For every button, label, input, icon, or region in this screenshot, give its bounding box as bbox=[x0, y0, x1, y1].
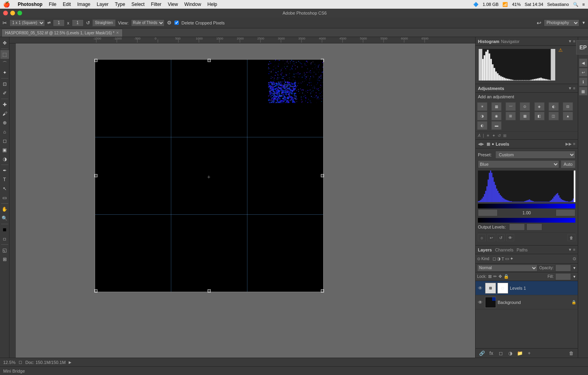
reset-btn[interactable]: ↺ bbox=[497, 234, 505, 241]
output-high[interactable]: 255 bbox=[526, 223, 542, 231]
toggle-visibility-btn[interactable]: 👁 bbox=[506, 234, 514, 241]
layer-style-btn[interactable]: fx bbox=[487, 350, 495, 357]
healing-tool[interactable]: ✚ bbox=[0, 100, 9, 109]
opacity-input[interactable]: 100% bbox=[555, 264, 571, 272]
menu-filter[interactable]: Filter bbox=[151, 2, 161, 7]
menu-edit[interactable]: Edit bbox=[63, 2, 71, 7]
maximize-button[interactable] bbox=[17, 11, 22, 15]
menu-help[interactable]: Help bbox=[208, 2, 217, 7]
link-layers-btn[interactable]: 🔗 bbox=[478, 350, 486, 357]
move-tool[interactable]: ✥ bbox=[0, 39, 9, 47]
tool-preset-select[interactable]: 1 x 1 (Square) bbox=[9, 19, 45, 26]
input-low[interactable]: 0 bbox=[478, 209, 498, 216]
undo-icon[interactable]: ↩ bbox=[537, 20, 541, 26]
exposure-adj[interactable]: ⊙ bbox=[520, 102, 530, 111]
panel-collapse-1[interactable]: ◀ bbox=[579, 58, 588, 67]
menu-select[interactable]: Select bbox=[131, 2, 144, 7]
selective-color-adj[interactable]: ◐ bbox=[477, 121, 487, 130]
layer-item-background[interactable]: 👁 Background 🔒 bbox=[476, 295, 578, 309]
layer-eye-levels1[interactable]: 👁 bbox=[477, 285, 483, 291]
pen-tool[interactable]: ✒ bbox=[0, 166, 9, 175]
hue-sat-adj[interactable]: ◐ bbox=[549, 102, 559, 111]
brightness-adj[interactable]: ☀ bbox=[477, 102, 487, 111]
straighten-button[interactable]: Straighten bbox=[92, 19, 116, 26]
fill-dropdown[interactable]: ▼ bbox=[573, 275, 576, 279]
filter-pixel-icon[interactable]: ◻ bbox=[492, 256, 496, 261]
reset-icon[interactable]: ↺ bbox=[86, 20, 90, 26]
mid-handle-b[interactable] bbox=[208, 289, 211, 292]
tab-close-icon[interactable]: ✕ bbox=[116, 31, 119, 35]
filter-toggle[interactable]: ⊙ bbox=[573, 256, 576, 261]
menu-image[interactable]: Image bbox=[77, 2, 90, 7]
corner-handle-tl[interactable] bbox=[94, 59, 97, 62]
document-tab[interactable]: HASPOR800_05_532.tif @ 12.5% (Levels 1, … bbox=[2, 29, 123, 37]
curves-adj[interactable]: 〰 bbox=[506, 102, 516, 111]
minimize-button[interactable] bbox=[10, 11, 15, 15]
zoom-tool[interactable]: 🔍 bbox=[0, 214, 9, 223]
foreground-color[interactable]: ■ bbox=[0, 225, 9, 234]
color-balance-adj[interactable]: ⊟ bbox=[563, 102, 573, 111]
channel-select[interactable]: Blue bbox=[478, 160, 559, 168]
filter-smart-icon[interactable]: ✦ bbox=[510, 256, 513, 261]
apple-icon[interactable]: 🍎 bbox=[3, 1, 10, 8]
mini-bridge-bar[interactable]: Mini Bridge bbox=[0, 366, 588, 375]
opacity-dropdown[interactable]: ▼ bbox=[573, 266, 576, 270]
dodge-tool[interactable]: ◑ bbox=[0, 155, 9, 163]
lock-position-icon[interactable]: ✥ bbox=[498, 274, 502, 279]
mid-handle-r[interactable] bbox=[321, 174, 324, 177]
layers-tab[interactable]: Layers bbox=[478, 248, 492, 252]
background-color[interactable]: □ bbox=[0, 234, 9, 243]
color-lookup-adj[interactable]: ▩ bbox=[520, 112, 530, 120]
screen-mode-tool[interactable]: ⊞ bbox=[0, 255, 9, 264]
close-button[interactable] bbox=[3, 11, 8, 15]
view-settings-icon[interactable]: ⚙ bbox=[167, 20, 172, 26]
clone-tool[interactable]: ⊕ bbox=[0, 118, 9, 127]
gradient-tool[interactable]: ▣ bbox=[0, 146, 9, 154]
eyedropper-tool[interactable]: ✐ bbox=[0, 89, 9, 98]
gradient-map-adj[interactable]: ▬ bbox=[491, 121, 502, 130]
view-select[interactable]: Rule of Thirds bbox=[131, 19, 165, 26]
workspace-select[interactable]: Photography bbox=[544, 19, 579, 26]
delete-cropped-checkbox[interactable] bbox=[174, 21, 178, 24]
filter-adj-icon[interactable]: ◑ bbox=[497, 256, 501, 261]
menu-type[interactable]: Type bbox=[115, 2, 125, 7]
eraser-tool[interactable]: ◻ bbox=[0, 137, 9, 145]
black-white-adj[interactable]: ◑ bbox=[477, 112, 487, 120]
output-low[interactable]: 0 bbox=[509, 223, 525, 231]
filter-shape-icon[interactable]: ▭ bbox=[505, 256, 509, 261]
info-expand[interactable]: ▶ bbox=[69, 360, 71, 364]
search-icon[interactable]: 🔍 bbox=[573, 2, 579, 7]
clip-to-layer-btn[interactable]: ⌽ bbox=[478, 234, 486, 241]
quick-mask-tool[interactable]: ◱ bbox=[0, 246, 9, 255]
hand-tool[interactable]: ✋ bbox=[0, 205, 9, 214]
history-tool[interactable]: ⌂ bbox=[0, 128, 9, 136]
panel-swatches-icon[interactable]: ▦ bbox=[579, 87, 588, 96]
panel-history-icon[interactable]: ↩ bbox=[579, 68, 588, 77]
layers-panel-collapse[interactable]: ▼ ≡ bbox=[568, 248, 575, 252]
auto-button[interactable]: Auto bbox=[561, 160, 575, 168]
blend-mode-select[interactable]: Normal bbox=[477, 264, 537, 272]
properties-collapse[interactable]: ▶▶ ≡ bbox=[566, 142, 575, 146]
posterize-adj[interactable]: ◫ bbox=[549, 112, 559, 120]
filter-type-icon[interactable]: T bbox=[502, 257, 504, 261]
canvas-image[interactable]: + bbox=[95, 59, 324, 292]
delete-layer-btn[interactable]: 🗑 bbox=[567, 350, 575, 357]
new-adjustment-btn[interactable]: ◑ bbox=[506, 350, 514, 357]
lock-transparent-icon[interactable]: ⊠ bbox=[488, 274, 492, 279]
new-group-btn[interactable]: 📁 bbox=[516, 350, 524, 357]
crop-tool[interactable]: ⊡ bbox=[0, 80, 9, 88]
menu-file[interactable]: File bbox=[49, 2, 56, 7]
height-input[interactable] bbox=[72, 19, 84, 26]
lasso-tool[interactable]: ⌒ bbox=[0, 59, 9, 68]
mid-handle-l[interactable] bbox=[94, 174, 97, 177]
menu-view[interactable]: View bbox=[168, 2, 178, 7]
panel-info-icon[interactable]: ℹ bbox=[579, 77, 588, 86]
menu-window[interactable]: Window bbox=[184, 2, 201, 7]
corner-handle-bl[interactable] bbox=[94, 289, 97, 292]
layer-item-levels1[interactable]: 👁 ⊞ □ Levels 1 bbox=[476, 281, 578, 295]
path-select-tool[interactable]: ↖ bbox=[0, 184, 9, 193]
expand-icon[interactable]: ◀▶ bbox=[478, 142, 484, 146]
channels-tab[interactable]: Channels bbox=[495, 248, 513, 252]
new-layer-btn[interactable]: + bbox=[525, 350, 533, 357]
preset-select[interactable]: Custom bbox=[495, 151, 575, 159]
